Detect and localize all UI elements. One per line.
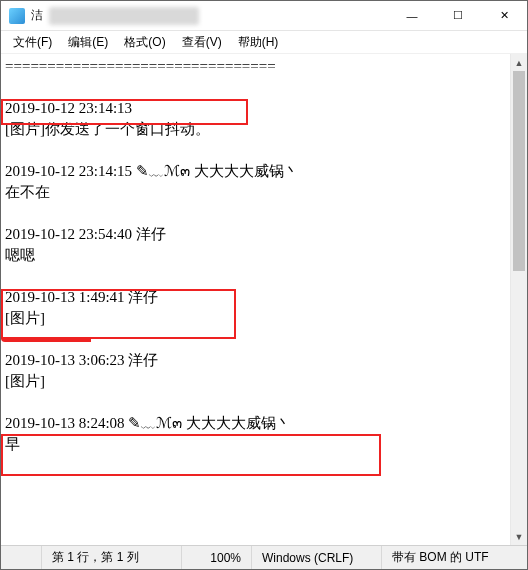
- status-line-ending: Windows (CRLF): [251, 546, 381, 569]
- menu-file[interactable]: 文件(F): [5, 32, 60, 53]
- status-encoding: 带有 BOM 的 UTF: [381, 546, 527, 569]
- status-spacer: [1, 546, 41, 569]
- titlebar: 洁 — ☐ ✕: [1, 1, 527, 31]
- close-button[interactable]: ✕: [481, 1, 527, 31]
- editor-area: ================================ 2019-10…: [1, 53, 527, 545]
- annotation-underline: [1, 336, 91, 342]
- window-title-prefix: 洁: [31, 7, 43, 24]
- window-title-redacted: [49, 7, 199, 25]
- scroll-down-button[interactable]: ▼: [511, 528, 527, 545]
- vertical-scrollbar[interactable]: ▲ ▼: [510, 54, 527, 545]
- menubar: 文件(F) 编辑(E) 格式(O) 查看(V) 帮助(H): [1, 31, 527, 53]
- annotation-box-2: [1, 289, 236, 339]
- status-zoom: 100%: [181, 546, 251, 569]
- text-content[interactable]: ================================ 2019-10…: [1, 54, 510, 545]
- annotation-box-1: [1, 99, 248, 125]
- menu-help[interactable]: 帮助(H): [230, 32, 287, 53]
- annotation-box-3: [1, 434, 381, 476]
- menu-edit[interactable]: 编辑(E): [60, 32, 116, 53]
- maximize-button[interactable]: ☐: [435, 1, 481, 31]
- minimize-button[interactable]: —: [389, 1, 435, 31]
- scroll-up-button[interactable]: ▲: [511, 54, 527, 71]
- scroll-track[interactable]: [511, 71, 527, 528]
- menu-view[interactable]: 查看(V): [174, 32, 230, 53]
- status-position: 第 1 行，第 1 列: [41, 546, 181, 569]
- app-icon: [9, 8, 25, 24]
- menu-format[interactable]: 格式(O): [116, 32, 173, 53]
- scroll-thumb[interactable]: [513, 71, 525, 271]
- statusbar: 第 1 行，第 1 列 100% Windows (CRLF) 带有 BOM 的…: [1, 545, 527, 569]
